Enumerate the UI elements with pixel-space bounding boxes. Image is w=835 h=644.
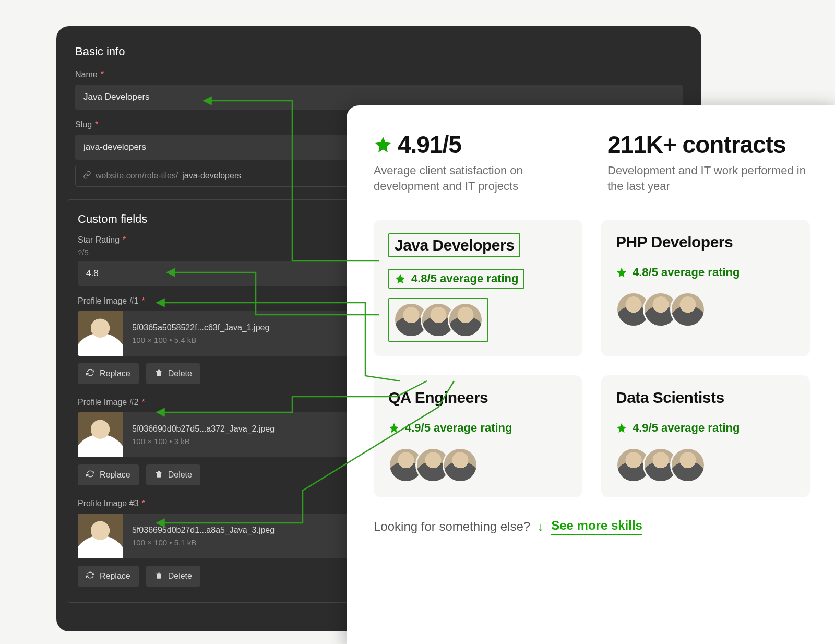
role-card-avatars <box>616 292 795 327</box>
avatar <box>443 447 478 483</box>
role-card-rating: 4.9/5 average rating <box>633 421 739 435</box>
avatar <box>670 292 706 327</box>
footer-prompt: Looking for something else? <box>374 519 530 534</box>
role-card-avatars <box>393 302 483 338</box>
profile-image-1-thumb <box>78 311 123 356</box>
avatar <box>670 447 706 483</box>
arrow-down-icon: ↓ <box>538 519 544 534</box>
required-asterisk-icon: * <box>95 120 98 129</box>
stat-rating-caption: Average client satisfaction on developme… <box>374 163 576 194</box>
delete-button[interactable]: Delete <box>146 363 200 384</box>
delete-button[interactable]: Delete <box>146 566 200 587</box>
replace-button[interactable]: Replace <box>78 566 139 587</box>
link-icon <box>83 171 91 181</box>
refresh-icon <box>86 571 94 581</box>
star-icon <box>374 135 392 154</box>
required-asterisk-icon: * <box>142 398 145 407</box>
required-asterisk-icon: * <box>123 235 126 245</box>
replace-button[interactable]: Replace <box>78 363 139 384</box>
refresh-icon <box>86 470 94 480</box>
role-card-qa-engineers[interactable]: QA Engineers 4.9/5 average rating <box>374 375 582 497</box>
role-card-avatars <box>616 447 795 483</box>
role-card-php-developers[interactable]: PHP Developers 4.8/5 average rating <box>601 220 810 356</box>
section-title-basic-info: Basic info <box>75 45 683 58</box>
stat-rating: 4.91/5 Average client satisfaction on de… <box>374 130 576 194</box>
role-card-rating: 4.9/5 average rating <box>405 421 512 435</box>
avatar <box>448 302 483 338</box>
star-icon <box>616 267 627 278</box>
name-label: Name* <box>75 70 683 79</box>
trash-icon <box>154 368 163 379</box>
stat-contracts: 211K+ contracts Development and IT work … <box>607 130 810 194</box>
role-card-java-developers[interactable]: Java Developers 4.8/5 average rating <box>374 220 582 356</box>
role-card-rating: 4.8/5 average rating <box>633 266 739 279</box>
see-more-skills-link[interactable]: See more skills <box>551 518 642 535</box>
trash-icon <box>154 571 163 581</box>
delete-button[interactable]: Delete <box>146 464 200 485</box>
role-card-title: QA Engineers <box>388 389 568 407</box>
footer-row: Looking for something else? ↓ See more s… <box>374 518 810 535</box>
role-card-title: PHP Developers <box>616 233 795 251</box>
stat-rating-value: 4.91/5 <box>398 130 461 159</box>
role-card-title: Data Scientists <box>616 389 795 407</box>
stat-contracts-caption: Development and IT work performed in the… <box>607 163 810 194</box>
role-card-title: Java Developers <box>395 236 514 254</box>
trash-icon <box>154 470 163 480</box>
role-card-avatars <box>388 447 568 483</box>
required-asterisk-icon: * <box>101 70 104 79</box>
stat-contracts-value: 211K+ contracts <box>607 130 786 159</box>
star-icon <box>395 273 406 284</box>
required-asterisk-icon: * <box>142 499 145 508</box>
star-icon <box>388 422 400 434</box>
role-card-rating: 4.8/5 average rating <box>411 272 518 285</box>
role-card-data-scientists[interactable]: Data Scientists 4.9/5 average rating <box>601 375 810 497</box>
profile-image-3-thumb <box>78 514 123 558</box>
preview-panel: 4.91/5 Average client satisfaction on de… <box>347 105 835 644</box>
required-asterisk-icon: * <box>142 296 145 306</box>
profile-image-2-thumb <box>78 412 123 457</box>
star-icon <box>616 422 627 434</box>
replace-button[interactable]: Replace <box>78 464 139 485</box>
refresh-icon <box>86 368 94 379</box>
